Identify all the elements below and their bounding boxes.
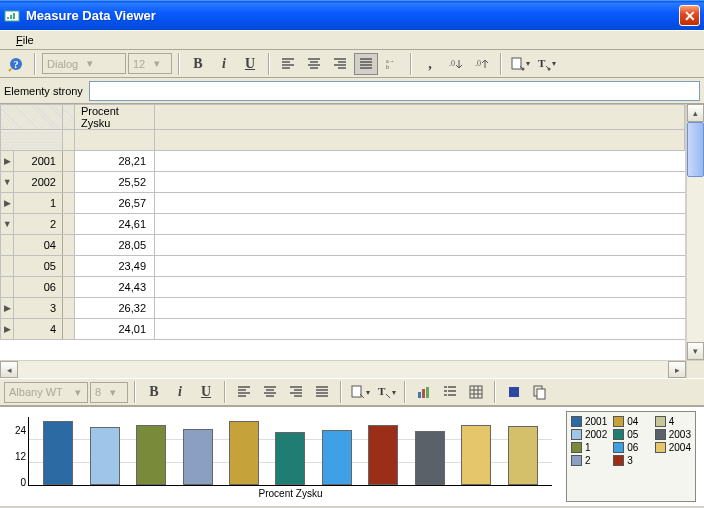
close-button[interactable]: ✕ bbox=[679, 5, 700, 26]
chart-bar[interactable] bbox=[275, 432, 305, 485]
list-view-button[interactable] bbox=[438, 381, 462, 403]
column-header-empty[interactable] bbox=[155, 105, 685, 130]
chart-bar[interactable] bbox=[136, 425, 166, 485]
bold-button[interactable]: B bbox=[186, 53, 210, 75]
menu-file[interactable]: File bbox=[8, 32, 42, 48]
table-row[interactable]: ▼200225,52 bbox=[1, 172, 685, 193]
horizontal-scrollbar[interactable]: ◂ ▸ bbox=[0, 360, 704, 378]
bar-chart[interactable]: 24 12 0 Procent Zysku bbox=[4, 411, 552, 502]
scroll-track[interactable] bbox=[687, 122, 704, 342]
vertical-scrollbar[interactable]: ▴ ▾ bbox=[686, 104, 704, 360]
cell-value[interactable]: 26,57 bbox=[75, 193, 155, 214]
row-label[interactable]: 2002 bbox=[14, 172, 63, 193]
row-label[interactable]: 05 bbox=[14, 256, 63, 277]
expand-icon[interactable]: ▶ bbox=[1, 193, 14, 214]
chart-bar[interactable] bbox=[415, 431, 445, 485]
data-grid[interactable]: Procent Zysku ▶200128,21▼200225,52▶126,5… bbox=[0, 104, 686, 360]
hscroll-track[interactable] bbox=[18, 361, 668, 378]
table-row[interactable]: 0428,05 bbox=[1, 235, 685, 256]
expand-icon[interactable] bbox=[1, 277, 14, 298]
grid-corner[interactable] bbox=[1, 105, 63, 130]
table-row[interactable]: ▼224,61 bbox=[1, 214, 685, 235]
align-left-button[interactable] bbox=[276, 53, 300, 75]
chart-align-left-button[interactable] bbox=[232, 381, 256, 403]
chart-bar[interactable] bbox=[229, 421, 259, 485]
grid-row-corner[interactable] bbox=[1, 130, 63, 151]
chart-underline-button[interactable]: U bbox=[194, 381, 218, 403]
decimal-button[interactable]: , bbox=[418, 53, 442, 75]
italic-button[interactable]: i bbox=[212, 53, 236, 75]
row-label[interactable]: 2001 bbox=[14, 151, 63, 172]
table-row[interactable]: ▶126,57 bbox=[1, 193, 685, 214]
grid-corner2[interactable] bbox=[63, 105, 75, 130]
cell-value[interactable]: 28,05 bbox=[75, 235, 155, 256]
chart-italic-button[interactable]: i bbox=[168, 381, 192, 403]
scroll-down-button[interactable]: ▾ bbox=[687, 342, 704, 360]
table-row[interactable]: 0523,49 bbox=[1, 256, 685, 277]
table-row[interactable]: ▶326,32 bbox=[1, 298, 685, 319]
chart-bar[interactable] bbox=[183, 429, 213, 485]
chart-bold-button[interactable]: B bbox=[142, 381, 166, 403]
scroll-right-button[interactable]: ▸ bbox=[668, 361, 686, 378]
row-label[interactable]: 4 bbox=[14, 319, 63, 340]
chart-align-right-button[interactable] bbox=[284, 381, 308, 403]
grid-view-button[interactable] bbox=[464, 381, 488, 403]
chart-bar[interactable] bbox=[368, 425, 398, 485]
expand-icon[interactable]: ▼ bbox=[1, 214, 14, 235]
row-label[interactable]: 2 bbox=[14, 214, 63, 235]
chart-bar[interactable] bbox=[508, 426, 538, 485]
expand-icon[interactable]: ▶ bbox=[1, 319, 14, 340]
align-center-button[interactable] bbox=[302, 53, 326, 75]
wrap-text-button[interactable]: a→b bbox=[380, 53, 404, 75]
page-elements-field[interactable] bbox=[89, 81, 700, 101]
chart-bar[interactable] bbox=[90, 427, 120, 485]
cell-value[interactable]: 25,52 bbox=[75, 172, 155, 193]
cell-value[interactable]: 23,49 bbox=[75, 256, 155, 277]
scroll-up-button[interactable]: ▴ bbox=[687, 104, 704, 122]
expand-icon[interactable] bbox=[1, 235, 14, 256]
cell-value[interactable]: 28,21 bbox=[75, 151, 155, 172]
expand-icon[interactable]: ▼ bbox=[1, 172, 14, 193]
help-icon[interactable]: ? bbox=[4, 53, 28, 75]
chart-align-center-button[interactable] bbox=[258, 381, 282, 403]
cell-value[interactable]: 24,01 bbox=[75, 319, 155, 340]
chart-align-justify-button[interactable] bbox=[310, 381, 334, 403]
cell-value[interactable]: 26,32 bbox=[75, 298, 155, 319]
table-row[interactable]: ▶424,01 bbox=[1, 319, 685, 340]
expand-icon[interactable]: ▶ bbox=[1, 298, 14, 319]
font-name-combo[interactable]: Dialog ▾ bbox=[42, 53, 126, 74]
table-row[interactable]: 0624,43 bbox=[1, 277, 685, 298]
separator bbox=[178, 53, 180, 75]
decrease-decimal-button[interactable]: .0 bbox=[470, 53, 494, 75]
copy-chart-button[interactable] bbox=[528, 381, 552, 403]
cell-value[interactable]: 24,61 bbox=[75, 214, 155, 235]
chart-format-data-button[interactable]: ▾ bbox=[348, 381, 372, 403]
chart-bar[interactable] bbox=[43, 421, 73, 485]
underline-button[interactable]: U bbox=[238, 53, 262, 75]
expand-icon[interactable] bbox=[1, 256, 14, 277]
row-label[interactable]: 06 bbox=[14, 277, 63, 298]
scroll-left-button[interactable]: ◂ bbox=[0, 361, 18, 378]
table-row[interactable]: ▶200128,21 bbox=[1, 151, 685, 172]
chart-format-text-button[interactable]: T▾ bbox=[374, 381, 398, 403]
column-header-procent[interactable]: Procent Zysku bbox=[75, 105, 155, 130]
row-label[interactable]: 3 bbox=[14, 298, 63, 319]
bar-chart-button[interactable] bbox=[412, 381, 436, 403]
align-justify-button[interactable] bbox=[354, 53, 378, 75]
format-data-button[interactable]: ▾ bbox=[508, 53, 532, 75]
row-label[interactable]: 1 bbox=[14, 193, 63, 214]
cell-value[interactable]: 24,43 bbox=[75, 277, 155, 298]
align-right-button[interactable] bbox=[328, 53, 352, 75]
chart-font-size-combo[interactable]: 8 ▾ bbox=[90, 382, 128, 403]
fill-color-button[interactable] bbox=[502, 381, 526, 403]
expand-icon[interactable]: ▶ bbox=[1, 151, 14, 172]
scroll-thumb[interactable] bbox=[687, 122, 704, 177]
chevron-down-icon: ▾ bbox=[149, 57, 165, 70]
increase-decimal-button[interactable]: .0 bbox=[444, 53, 468, 75]
row-label[interactable]: 04 bbox=[14, 235, 63, 256]
chart-bar[interactable] bbox=[461, 425, 491, 485]
font-size-combo[interactable]: 12 ▾ bbox=[128, 53, 172, 74]
chart-font-name-combo[interactable]: Albany WT J ▾ bbox=[4, 382, 88, 403]
format-cell-button[interactable]: T▾ bbox=[534, 53, 558, 75]
chart-bar[interactable] bbox=[322, 430, 352, 485]
